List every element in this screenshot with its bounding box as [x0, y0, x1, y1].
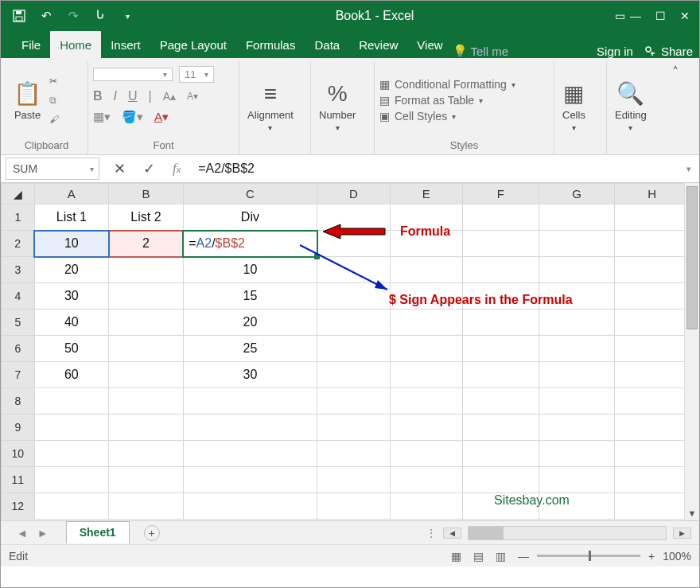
cell-A1[interactable]: List 1: [34, 204, 109, 231]
cell-E9[interactable]: [390, 415, 462, 441]
cell-E6[interactable]: [390, 336, 462, 362]
copy-icon[interactable]: ⧉: [49, 95, 59, 106]
cell-B12[interactable]: [109, 493, 184, 520]
zoom-out-button[interactable]: —: [518, 550, 529, 563]
cell-A6[interactable]: 50: [34, 336, 109, 362]
cell-A9[interactable]: [34, 415, 109, 441]
cell-G11[interactable]: [539, 467, 615, 493]
new-sheet-button[interactable]: +: [144, 525, 160, 541]
row-header-7[interactable]: 7: [2, 362, 35, 388]
normal-view-icon[interactable]: ▦: [446, 550, 465, 563]
ribbon-options-icon[interactable]: ▭: [615, 10, 630, 22]
fill-color-button[interactable]: 🪣▾: [122, 110, 143, 124]
tab-view[interactable]: View: [407, 31, 452, 58]
cut-icon[interactable]: ✂: [49, 76, 59, 87]
cell-G9[interactable]: [539, 415, 615, 441]
cell-C5[interactable]: 20: [183, 310, 317, 336]
editing-button[interactable]: 🔍Editing▾: [612, 77, 650, 135]
cell-F6[interactable]: [463, 336, 539, 362]
cell-H6[interactable]: [615, 336, 690, 362]
cell-A4[interactable]: 30: [34, 283, 109, 310]
collapse-ribbon-icon[interactable]: ˄: [667, 61, 683, 154]
cell-D12[interactable]: [317, 493, 390, 520]
row-header-11[interactable]: 11: [2, 467, 35, 493]
cell-styles-button[interactable]: ▣Cell Styles▾: [379, 110, 515, 123]
row-header-12[interactable]: 12: [2, 493, 35, 520]
cell-F2[interactable]: [463, 231, 539, 257]
page-layout-view-icon[interactable]: ▤: [469, 550, 488, 563]
tab-review[interactable]: Review: [349, 31, 407, 58]
cell-D10[interactable]: [317, 441, 390, 467]
cell-E8[interactable]: [390, 388, 462, 415]
qat-more-icon[interactable]: ▾: [120, 9, 134, 23]
cell-D11[interactable]: [317, 467, 390, 493]
cell-A5[interactable]: 40: [34, 310, 109, 336]
cell-E10[interactable]: [390, 441, 462, 467]
row-header-9[interactable]: 9: [2, 415, 35, 441]
cell-G8[interactable]: [539, 388, 615, 415]
tab-file[interactable]: File: [12, 31, 50, 58]
share-button[interactable]: Share: [644, 45, 693, 58]
cell-A10[interactable]: [34, 441, 109, 467]
cell-G3[interactable]: [539, 257, 615, 283]
redo-icon[interactable]: ↷: [66, 9, 80, 23]
cell-E11[interactable]: [390, 467, 462, 493]
cell-B9[interactable]: [109, 415, 184, 441]
row-header-1[interactable]: 1: [2, 204, 35, 231]
cell-D9[interactable]: [317, 415, 390, 441]
font-name-select[interactable]: ▾: [93, 68, 173, 81]
cell-F7[interactable]: [463, 362, 539, 388]
cell-B8[interactable]: [109, 388, 184, 415]
sheet-nav-next-icon[interactable]: ►: [33, 527, 53, 539]
zoom-slider[interactable]: [537, 555, 640, 557]
cell-D6[interactable]: [317, 336, 390, 362]
borders-button[interactable]: ▦▾: [93, 110, 111, 124]
col-header-A[interactable]: A: [34, 184, 109, 204]
scrollbar-thumb[interactable]: [686, 186, 698, 329]
cell-B4[interactable]: [109, 283, 184, 310]
tab-data[interactable]: Data: [305, 31, 349, 58]
touch-mode-icon[interactable]: [93, 9, 107, 23]
select-all-corner[interactable]: ◢: [2, 184, 35, 204]
zoom-level[interactable]: 100%: [663, 550, 691, 563]
cell-H4[interactable]: [615, 283, 690, 310]
col-header-B[interactable]: B: [109, 184, 184, 204]
cell-C11[interactable]: [183, 467, 317, 493]
cell-H7[interactable]: [615, 362, 690, 388]
cell-A7[interactable]: 60: [34, 362, 109, 388]
cell-B1[interactable]: List 2: [109, 204, 184, 231]
name-box[interactable]: SUM▾: [6, 158, 99, 180]
formula-cancel-icon[interactable]: ✕: [114, 160, 126, 177]
cell-F8[interactable]: [463, 388, 539, 415]
col-header-G[interactable]: G: [539, 184, 615, 204]
paste-button[interactable]: 📋 Paste: [10, 77, 45, 124]
col-header-C[interactable]: C: [183, 184, 317, 204]
underline-button[interactable]: U: [128, 89, 138, 103]
cell-A2[interactable]: 10: [34, 231, 109, 257]
row-header-5[interactable]: 5: [2, 310, 35, 336]
cell-B7[interactable]: [109, 362, 184, 388]
cell-G5[interactable]: [539, 310, 615, 336]
format-painter-icon[interactable]: 🖌: [49, 114, 59, 125]
row-header-2[interactable]: 2: [2, 231, 35, 257]
increase-font-icon[interactable]: A▴: [163, 90, 176, 103]
decrease-font-icon[interactable]: A▾: [187, 91, 198, 102]
tab-insert[interactable]: Insert: [101, 31, 150, 58]
cell-B6[interactable]: [109, 336, 184, 362]
undo-icon[interactable]: ↶: [39, 9, 53, 23]
cell-D5[interactable]: [317, 310, 390, 336]
zoom-in-button[interactable]: +: [648, 550, 655, 563]
col-header-E[interactable]: E: [390, 184, 462, 204]
sheet-nav-prev-icon[interactable]: ◄: [12, 527, 33, 539]
cell-D7[interactable]: [317, 362, 390, 388]
cell-B2[interactable]: 2: [109, 231, 184, 257]
tab-home[interactable]: Home: [50, 31, 101, 58]
close-button[interactable]: ✕: [680, 10, 690, 22]
conditional-formatting-button[interactable]: ▦Conditional Formatting▾: [379, 78, 515, 91]
cell-C7[interactable]: 30: [183, 362, 317, 388]
tab-formulas[interactable]: Formulas: [236, 31, 305, 58]
font-color-button[interactable]: A▾: [154, 110, 169, 124]
alignment-button[interactable]: ≡Alignment▾: [244, 78, 297, 135]
sheet-tab-sheet1[interactable]: Sheet1: [66, 521, 130, 543]
formula-enter-icon[interactable]: ✓: [143, 160, 155, 177]
